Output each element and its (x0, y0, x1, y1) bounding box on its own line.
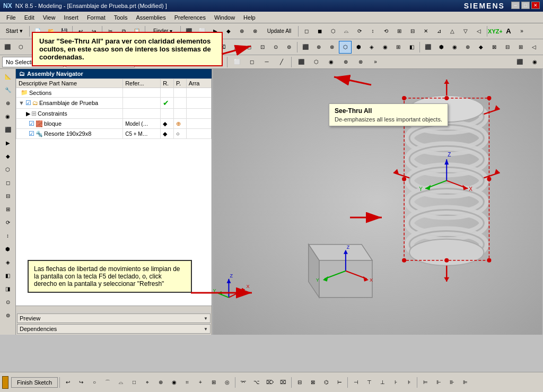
sidebar-icon-10[interactable]: ⊟ (2, 189, 14, 202)
bottom-tool-7[interactable]: ⌖ (141, 376, 154, 389)
menu-item-view[interactable]: View (39, 13, 60, 22)
filter-right-1[interactable]: ⬛ (513, 56, 526, 68)
panel-scrollbar[interactable] (16, 306, 212, 312)
menu-item-insert[interactable]: Insert (59, 13, 83, 22)
start-button[interactable]: Start ▾ (1, 25, 28, 38)
bottom-tool-2[interactable]: ↪ (75, 376, 87, 389)
table-row[interactable]: ☑ 🧱 bloque Model (… ◆ ⊕ (16, 119, 212, 129)
bottom-tool-4[interactable]: ⌒ (101, 376, 114, 389)
tb2-25[interactable]: ⊗ (326, 41, 338, 54)
filter-icon-15[interactable]: ⊗ (354, 56, 367, 68)
tb2-37[interactable]: ⊠ (488, 41, 501, 54)
menu-item-file[interactable]: File (2, 13, 20, 22)
tb2-32[interactable]: ⬛ (422, 41, 434, 54)
tb2-41[interactable]: ▷ (541, 41, 543, 54)
bottom-tool-16[interactable]: ⌦ (264, 376, 276, 389)
menu-item-help[interactable]: Help (239, 13, 260, 22)
bottom-tool-14[interactable]: ⌤ (237, 376, 250, 389)
finish-sketch-button[interactable]: Finish Sketch (11, 377, 58, 388)
tool-4[interactable]: ◆ (222, 25, 235, 38)
tool-15[interactable]: ⊟ (406, 25, 419, 38)
filter-icon-14[interactable]: ⊕ (339, 56, 352, 68)
tool-19[interactable]: ▽ (459, 25, 472, 38)
tb2-24[interactable]: ⊕ (312, 41, 325, 54)
tb2-34[interactable]: ◉ (448, 41, 461, 54)
tb2-35[interactable]: ⊕ (461, 41, 474, 54)
bottom-tool-29[interactable]: ⊪ (445, 376, 458, 389)
tb2-29[interactable]: ◉ (379, 41, 391, 54)
close-button[interactable]: ✕ (531, 2, 540, 9)
bottom-tool-22[interactable]: ⊣ (349, 376, 362, 389)
bottom-tool-3[interactable]: ○ (88, 376, 101, 389)
tool-6[interactable]: ⊗ (249, 25, 261, 38)
tool-5[interactable]: ⊕ (235, 25, 248, 38)
sidebar-icon-3[interactable]: ⊕ (2, 97, 14, 109)
bottom-tool-18[interactable]: ⊟ (293, 376, 306, 389)
filter-right-2[interactable]: ◉ (528, 56, 541, 68)
tool-10[interactable]: ⌓ (340, 25, 353, 38)
tool-13[interactable]: ⟲ (380, 25, 392, 38)
bottom-tool-17[interactable]: ⌧ (277, 376, 290, 389)
bottom-tool-10[interactable]: ⌗ (181, 376, 194, 389)
table-row[interactable]: ▼ ☑ 🗂 Ensamblaje de Prueba ✔ (16, 98, 212, 109)
sidebar-icon-4[interactable]: ◉ (2, 110, 14, 123)
tool-12[interactable]: ↕ (366, 25, 379, 38)
tool-17[interactable]: ⊿ (433, 25, 445, 38)
tb2-2[interactable]: ⬡ (14, 41, 27, 54)
menu-item-preferences[interactable]: Preferences (170, 13, 210, 22)
bottom-tool-13[interactable]: ◎ (221, 376, 233, 389)
menu-item-window[interactable]: Window (210, 13, 239, 22)
tool-18[interactable]: △ (446, 25, 459, 38)
bottom-tool-28[interactable]: ⊩ (432, 376, 445, 389)
bottom-tool-25[interactable]: ⊦ (389, 376, 402, 389)
tb2-23[interactable]: ⬛ (299, 41, 312, 54)
filter-more[interactable]: » (369, 56, 382, 68)
bottom-tool-9[interactable]: ◉ (168, 376, 180, 389)
menu-item-assemblies[interactable]: Assemblies (132, 13, 170, 22)
tb2-22[interactable]: ⊚ (283, 41, 295, 54)
tool-9[interactable]: ⬡ (327, 25, 339, 38)
sidebar-icon-18[interactable]: ⊙ (2, 295, 14, 308)
bottom-tool-30[interactable]: ⊫ (459, 376, 471, 389)
filter-icon-10[interactable]: ╱ (275, 56, 288, 68)
sidebar-icon-5[interactable]: ⬛ (2, 123, 14, 136)
menu-item-edit[interactable]: Edit (20, 13, 39, 22)
minimize-button[interactable]: – (511, 2, 520, 9)
bottom-tool-27[interactable]: ⊨ (419, 376, 432, 389)
bottom-tool-24[interactable]: ⊥ (376, 376, 389, 389)
sidebar-icon-14[interactable]: ⬢ (2, 242, 14, 255)
bottom-tool-1[interactable]: ↩ (62, 376, 74, 389)
filter-icon-11[interactable]: ⬛ (295, 56, 308, 68)
sidebar-icon-2[interactable]: 🔧 (2, 83, 14, 96)
bottom-tool-23[interactable]: ⊤ (363, 376, 375, 389)
tool-7[interactable]: ◻ (300, 25, 313, 38)
tb2-28[interactable]: ◈ (365, 41, 378, 54)
bottom-tool-6[interactable]: □ (128, 376, 141, 389)
menu-item-tools[interactable]: Tools (110, 13, 132, 22)
sidebar-icon-16[interactable]: ◧ (2, 269, 14, 282)
bottom-tool-8[interactable]: ⊕ (154, 376, 167, 389)
tb2-30[interactable]: ⊞ (392, 41, 405, 54)
tb2-36[interactable]: ◆ (475, 41, 487, 54)
bottom-tool-5[interactable]: ⌓ (115, 376, 127, 389)
sidebar-icon-7[interactable]: ◆ (2, 150, 14, 162)
menu-item-format[interactable]: Format (83, 13, 110, 22)
sidebar-icon-6[interactable]: ▶ (2, 136, 14, 149)
bottom-tool-15[interactable]: ⌥ (250, 376, 263, 389)
bottom-tool-11[interactable]: + (194, 376, 207, 389)
tb2-38[interactable]: ⊟ (501, 41, 514, 54)
table-row[interactable]: 📁 Sections (16, 88, 212, 98)
tool-20[interactable]: ◁ (472, 25, 485, 38)
panel-tree[interactable]: Descriptive Part Name Refer... R. P. Arr… (16, 79, 212, 192)
sidebar-icon-19[interactable]: ⊚ (2, 309, 14, 321)
tb2-27[interactable]: ⬢ (352, 41, 365, 54)
bottom-tool-12[interactable]: ⊞ (207, 376, 220, 389)
tb2-26[interactable]: ⬡ (339, 41, 352, 54)
update-all-button[interactable]: Update All (262, 25, 296, 38)
table-row[interactable]: ☑ 🔩 Resorte 190x29x8 C5 + M… ◆ ○ (16, 129, 212, 139)
maximize-button[interactable]: □ (521, 2, 530, 9)
filter-icon-13[interactable]: ◉ (325, 56, 337, 68)
sidebar-icon-12[interactable]: ⟳ (2, 216, 14, 229)
sidebar-icon-11[interactable]: ⊞ (2, 203, 14, 215)
tb2-40[interactable]: ◁ (528, 41, 540, 54)
